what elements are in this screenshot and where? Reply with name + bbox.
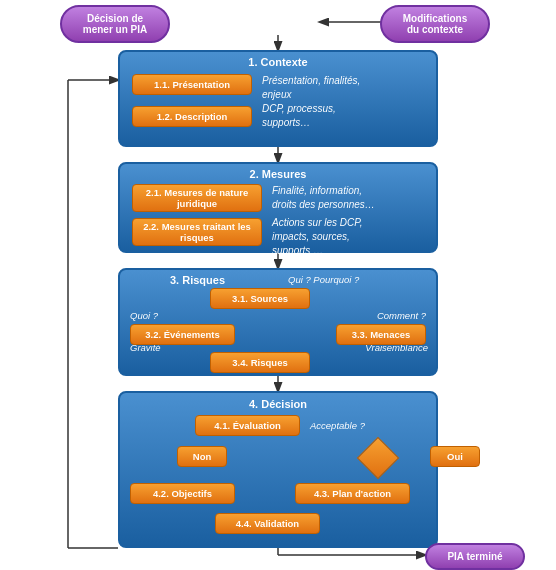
modifications-pill: Modificationsdu contexte [380, 5, 490, 43]
btn-plan[interactable]: 4.3. Plan d'action [295, 483, 410, 504]
btn-mesures-risques-label: 2.2. Mesures traitant les risques [139, 221, 255, 243]
btn-description[interactable]: 1.2. Description [132, 106, 252, 127]
btn-evaluation[interactable]: 4.1. Évaluation [195, 415, 300, 436]
decision-box: 4. Décision 4.1. Évaluation Acceptable ?… [118, 391, 438, 548]
btn-objectifs[interactable]: 4.2. Objectifs [130, 483, 235, 504]
btn-risques[interactable]: 3.4. Risques [210, 352, 310, 373]
risques-title: 3. Risques [170, 274, 225, 286]
mesures-box: 2. Mesures 2.1. Mesures de nature juridi… [118, 162, 438, 253]
btn-menaces[interactable]: 3.3. Menaces [336, 324, 426, 345]
lbl-qui: Qui ? Pourquoi ? [288, 274, 359, 285]
btn-validation[interactable]: 4.4. Validation [215, 513, 320, 534]
contexte-text: Présentation, finalités,enjeuxDCP, proce… [262, 74, 360, 130]
btn-presentation[interactable]: 1.1. Présentation [132, 74, 252, 95]
btn-evenements[interactable]: 3.2. Événements [130, 324, 235, 345]
lbl-acceptable: Acceptable ? [310, 420, 365, 431]
pia-termine-pill: PIA terminé [425, 543, 525, 570]
lbl-comment: Comment ? [377, 310, 426, 321]
mesures-title: 2. Mesures [120, 168, 436, 180]
contexte-title: 1. Contexte [120, 56, 436, 68]
mesures-text1: Finalité, information,droits des personn… [272, 184, 375, 212]
btn-mesures-juridique[interactable]: 2.1. Mesures de nature juridique [132, 184, 262, 212]
lbl-quoi: Quoi ? [130, 310, 158, 321]
decision-pill: Décision demener un PIA [60, 5, 170, 43]
decision-diamond [357, 437, 399, 479]
btn-mesures-risques[interactable]: 2.2. Mesures traitant les risques [132, 218, 262, 246]
mesures-text2: Actions sur les DCP,impacts, sources,sup… [272, 216, 362, 258]
btn-oui[interactable]: Oui [430, 446, 480, 467]
diagram: Décision demener un PIA Modificationsdu … [0, 0, 556, 570]
btn-mesures-juridique-label: 2.1. Mesures de nature juridique [139, 187, 255, 209]
decision-title: 4. Décision [120, 398, 436, 410]
btn-non[interactable]: Non [177, 446, 227, 467]
btn-sources[interactable]: 3.1. Sources [210, 288, 310, 309]
contexte-box: 1. Contexte 1.1. Présentation 1.2. Descr… [118, 50, 438, 147]
risques-box: 3. Risques Qui ? Pourquoi ? Quoi ? Comme… [118, 268, 438, 376]
